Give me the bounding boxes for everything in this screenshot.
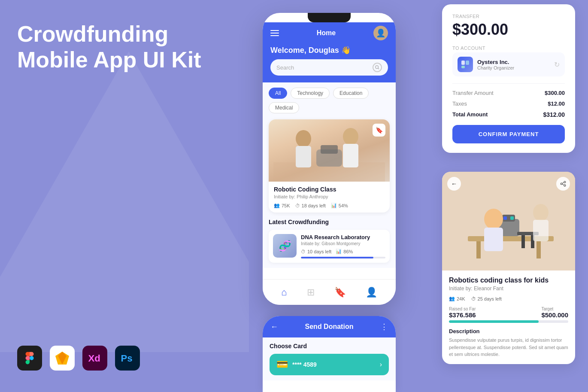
kids-illustration bbox=[269, 119, 390, 182]
photoshop-icon[interactable]: Ps bbox=[115, 346, 140, 371]
svg-rect-30 bbox=[484, 228, 503, 251]
backers-stat-detail: 👥 24K bbox=[449, 296, 465, 301]
figma-icon[interactable] bbox=[17, 346, 42, 371]
svg-rect-12 bbox=[296, 146, 311, 167]
account-type: Charity Organizer bbox=[477, 65, 550, 70]
detail-card-nav: ← bbox=[447, 177, 570, 191]
svg-text:Xd: Xd bbox=[88, 353, 100, 364]
svg-line-7 bbox=[378, 68, 379, 70]
featured-card[interactable]: 🔖 Robotic Coding Class Initiate by: Phil… bbox=[269, 119, 390, 213]
left-panel: Crowdfunding Mobile App UI Kit bbox=[17, 21, 223, 86]
svg-rect-10 bbox=[321, 145, 338, 154]
percent-stat: 📊 54% bbox=[331, 203, 348, 208]
crowdfund-list-item[interactable]: 🧬 DNA Research Laboratory Initiate by: G… bbox=[269, 230, 390, 263]
profile-nav-icon[interactable]: 👤 bbox=[366, 287, 377, 298]
detail-card-image: ← bbox=[442, 172, 575, 270]
phone2-body: Choose Card 💳 **** 4589 › bbox=[263, 337, 396, 380]
phone-bottom-nav: ⌂ ⊞ 🔖 👤 bbox=[263, 279, 396, 305]
back-button[interactable]: ← bbox=[447, 177, 461, 191]
phone2-back-button[interactable]: ← bbox=[270, 322, 278, 331]
to-account-section: TO ACCOUNT Oysters Inc. Charity Organize… bbox=[452, 46, 565, 76]
bookmark-nav-icon[interactable]: 🔖 bbox=[334, 287, 346, 298]
card-option-left: 💳 **** 4589 bbox=[276, 359, 317, 370]
phone2-more-button[interactable]: ⋮ bbox=[380, 322, 388, 331]
raised-section: Raised so Far $376.586 bbox=[449, 307, 476, 319]
sketch-icon[interactable] bbox=[50, 346, 75, 371]
grid-nav-icon[interactable]: ⊞ bbox=[307, 287, 315, 298]
total-row: Total Amount $312.00 bbox=[452, 111, 565, 118]
transfer-breakdown: Transfer Amount $300.00 Taxes $12.00 Tot… bbox=[452, 83, 565, 118]
crowdfund-thumbnail: 🧬 bbox=[273, 234, 297, 258]
people-icon-detail: 👥 bbox=[449, 296, 455, 301]
description-section: Description Suspendisse vulputate purus … bbox=[449, 328, 568, 358]
menu-icon[interactable] bbox=[270, 30, 279, 36]
refresh-icon[interactable]: ↻ bbox=[554, 61, 560, 69]
avatar[interactable]: 👤 bbox=[373, 26, 388, 40]
card-arrow-icon: › bbox=[380, 361, 382, 368]
category-tabs: All Technology Education Medical bbox=[269, 88, 390, 113]
target-section: Target $500.000 bbox=[541, 307, 568, 319]
svg-point-6 bbox=[376, 66, 379, 69]
total-value: $312.00 bbox=[543, 111, 565, 118]
search-icon[interactable] bbox=[373, 63, 382, 72]
days-left-stat: ⏱ 10 days left bbox=[301, 249, 331, 254]
account-name: Oysters Inc. bbox=[477, 59, 550, 65]
svg-rect-21 bbox=[536, 241, 541, 258]
raised-label: Raised so Far bbox=[449, 307, 476, 311]
svg-rect-32 bbox=[533, 220, 549, 241]
progress-bar-bg bbox=[301, 257, 385, 258]
svg-point-13 bbox=[343, 128, 358, 145]
detail-stats-row: 👥 24K ⏱ 25 days left bbox=[449, 296, 568, 301]
clock-icon-detail: ⏱ bbox=[471, 296, 476, 301]
svg-point-31 bbox=[533, 204, 549, 221]
crowdfund-stats: ⏱ 10 days left 📊 86% bbox=[301, 249, 385, 254]
phone-header: Home 👤 Welcome, Douglas 👋 Search bbox=[263, 22, 396, 82]
svg-point-29 bbox=[484, 209, 503, 229]
taxes-row: Taxes $12.00 bbox=[452, 100, 565, 107]
featured-image: 🔖 bbox=[269, 119, 390, 182]
account-logo bbox=[458, 57, 473, 72]
card-option[interactable]: 💳 **** 4589 › bbox=[270, 354, 389, 375]
target-label: Target bbox=[541, 307, 568, 311]
tab-education[interactable]: Education bbox=[333, 88, 369, 99]
main-title: Crowdfunding Mobile App UI Kit bbox=[17, 21, 223, 73]
section-title: Latest Crowdfunding bbox=[269, 219, 390, 225]
svg-point-34 bbox=[561, 183, 562, 185]
bookmark-btn[interactable]: 🔖 bbox=[373, 124, 385, 137]
chart-icon: 📊 bbox=[331, 203, 337, 208]
tab-all[interactable]: All bbox=[269, 88, 287, 99]
detail-progress-bg bbox=[449, 320, 568, 323]
taxes-value: $12.00 bbox=[548, 100, 565, 107]
people-icon: 👥 bbox=[274, 203, 280, 208]
detail-progress-fill bbox=[449, 320, 539, 323]
raised-target-row: Raised so Far $376.586 Target $500.000 bbox=[449, 307, 568, 319]
svg-rect-17 bbox=[461, 66, 465, 68]
tool-icons-row: Xd Ps bbox=[17, 346, 140, 371]
svg-rect-14 bbox=[343, 144, 358, 167]
svg-point-35 bbox=[564, 185, 566, 186]
phone-home-screen: Home 👤 Welcome, Douglas 👋 Search All Tec… bbox=[263, 13, 396, 305]
choose-card-title: Choose Card bbox=[270, 343, 389, 349]
phone-nav: Home 👤 bbox=[270, 26, 388, 40]
svg-rect-25 bbox=[510, 216, 514, 220]
description-text: Suspendisse vulputate purus turpis, id d… bbox=[449, 337, 568, 358]
home-nav-icon[interactable]: ⌂ bbox=[281, 287, 287, 298]
tab-technology[interactable]: Technology bbox=[291, 88, 330, 99]
featured-subtitle: Initiate by: Philip Anthropy bbox=[274, 194, 385, 199]
days-stat: ⏱ 18 days left bbox=[295, 203, 326, 208]
transfer-amount-row: Transfer Amount $300.00 bbox=[452, 90, 565, 96]
svg-rect-20 bbox=[476, 241, 481, 258]
detail-subtitle: Initiate by: Eleanor Fant bbox=[449, 286, 568, 292]
featured-info: Robotic Coding Class Initiate by: Philip… bbox=[269, 182, 390, 213]
phone2-title: Send Donation bbox=[305, 323, 354, 331]
confirm-payment-button[interactable]: CONFIRM PAYMENT bbox=[452, 125, 565, 143]
search-bar[interactable]: Search bbox=[270, 59, 388, 76]
days-stat-detail: ⏱ 25 days left bbox=[471, 296, 502, 301]
description-title: Description bbox=[449, 328, 568, 334]
share-button[interactable] bbox=[556, 177, 570, 191]
tab-medical[interactable]: Medical bbox=[269, 102, 299, 113]
account-info: Oysters Inc. Charity Organizer bbox=[477, 59, 550, 70]
adobe-xd-icon[interactable]: Xd bbox=[82, 346, 107, 371]
transfer-amount: $300.00 bbox=[452, 21, 565, 39]
svg-text:Ps: Ps bbox=[121, 353, 132, 364]
